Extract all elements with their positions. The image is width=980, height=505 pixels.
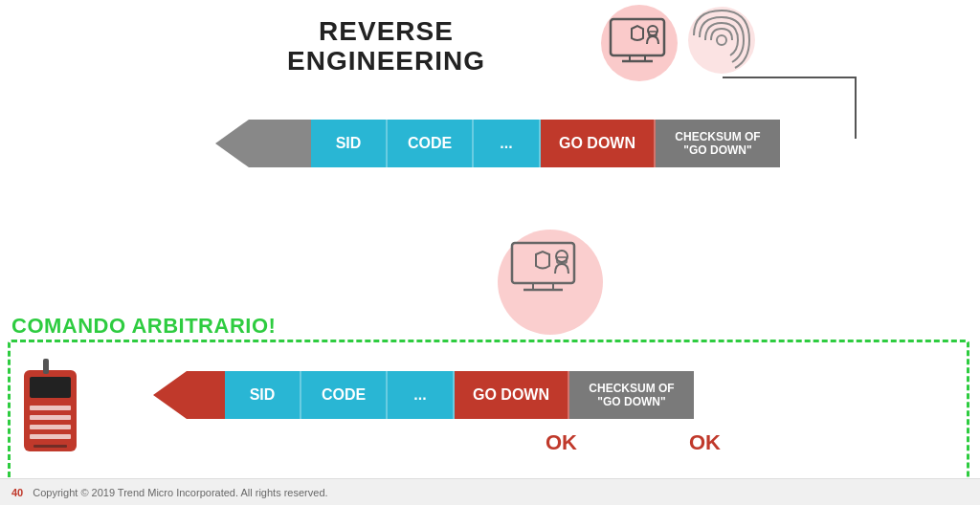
cell-checksum-1: CHECKSUM OF"GO DOWN" — [656, 120, 780, 167]
title-line1: REVERSE — [287, 17, 485, 47]
arrow-left-2 — [153, 371, 225, 419]
svg-rect-17 — [30, 425, 71, 429]
copyright-text: Copyright © 2019 Trend Micro Incorporate… — [33, 487, 327, 498]
svg-point-10 — [556, 251, 568, 262]
arrow-left-1 — [215, 120, 311, 167]
fingerprint-icon — [684, 3, 759, 77]
svg-rect-19 — [33, 445, 67, 448]
ok-label-1: OK — [546, 430, 577, 455]
svg-rect-16 — [30, 415, 71, 420]
svg-rect-15 — [30, 406, 71, 410]
page-number: 40 — [11, 487, 23, 498]
cell-checksum-2: CHECKSUM OF"GO DOWN" — [569, 371, 694, 419]
cell-sid-1: SID — [311, 120, 388, 167]
cell-dots-2: ... — [388, 371, 455, 419]
title-line2: ENGINEERING — [287, 47, 485, 77]
arrow-head-2 — [153, 371, 187, 419]
ok-label-2: OK — [689, 430, 721, 455]
cell-code-1: CODE — [388, 120, 474, 167]
connector-vertical — [855, 77, 857, 139]
monitor-hacker-icon-top — [603, 8, 672, 77]
cell-godown-2: GO DOWN — [455, 371, 569, 419]
radio-icon — [14, 356, 86, 461]
protocol-row-2: SID CODE ... GO DOWN CHECKSUM OF"GO DOWN… — [153, 371, 694, 419]
monitor-hacker-icon-bottom — [502, 230, 584, 311]
arrow-head-1 — [215, 120, 249, 167]
svg-rect-13 — [43, 359, 49, 374]
svg-rect-18 — [30, 434, 71, 439]
protocol-row-1: SID CODE ... GO DOWN CHECKSUM OF"GO DOWN… — [215, 120, 780, 167]
comando-text: COMANDO ARBITRARIO! — [11, 314, 276, 339]
arrow-body-2 — [187, 371, 225, 419]
cell-sid-2: SID — [225, 371, 301, 419]
cell-godown-1: GO DOWN — [541, 120, 656, 167]
bottom-bar: 40 Copyright © 2019 Trend Micro Incorpor… — [0, 478, 980, 505]
svg-rect-14 — [30, 377, 71, 398]
cell-dots-1: ... — [474, 120, 541, 167]
title-area: REVERSE ENGINEERING — [287, 17, 485, 77]
arrow-body-1 — [249, 120, 311, 167]
cell-code-2: CODE — [301, 371, 388, 419]
